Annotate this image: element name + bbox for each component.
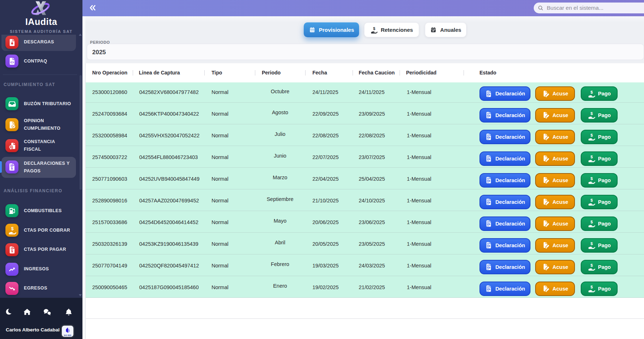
svg-text:$: $ <box>590 241 593 246</box>
svg-text:$: $ <box>11 226 13 231</box>
svg-text:$: $ <box>590 176 593 181</box>
svg-text:$: $ <box>11 249 13 253</box>
svg-text:$: $ <box>590 133 593 137</box>
svg-text:$: $ <box>590 220 593 224</box>
svg-text:$: $ <box>11 166 13 170</box>
svg-text:$: $ <box>590 285 593 289</box>
svg-text:$: $ <box>590 90 593 94</box>
svg-text:$: $ <box>590 111 593 116</box>
svg-text:$: $ <box>590 198 593 202</box>
svg-text:$: $ <box>590 263 593 267</box>
svg-text:$: $ <box>590 155 593 159</box>
svg-text:$: $ <box>373 26 375 31</box>
